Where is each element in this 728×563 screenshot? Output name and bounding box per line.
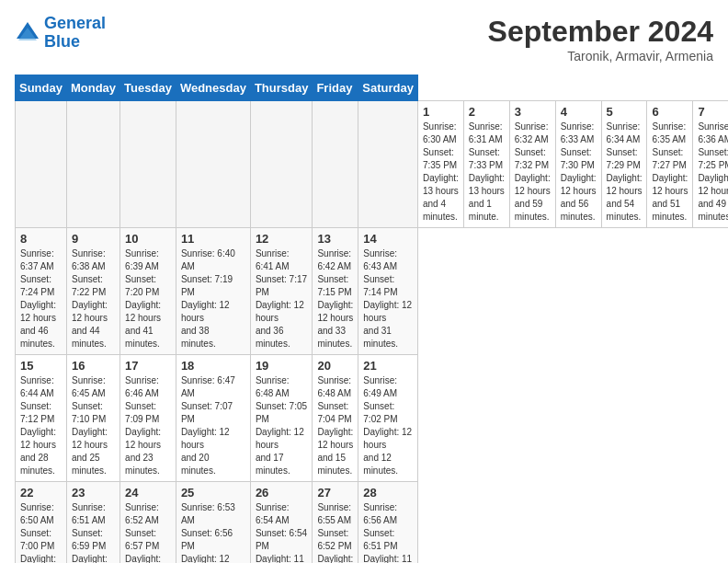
day-info: Sunrise: 6:39 AM Sunset: 7:20 PM Dayligh… xyxy=(125,247,171,350)
table-row: 4Sunrise: 6:33 AM Sunset: 7:30 PM Daylig… xyxy=(555,101,601,228)
table-row: 2Sunrise: 6:31 AM Sunset: 7:33 PM Daylig… xyxy=(463,101,509,228)
day-info: Sunrise: 6:53 AM Sunset: 6:56 PM Dayligh… xyxy=(181,501,245,563)
day-number: 28 xyxy=(363,486,413,500)
table-row: 25Sunrise: 6:53 AM Sunset: 6:56 PM Dayli… xyxy=(176,482,250,564)
calendar-week-row: 22Sunrise: 6:50 AM Sunset: 7:00 PM Dayli… xyxy=(16,482,729,564)
table-row xyxy=(16,101,67,228)
day-info: Sunrise: 6:52 AM Sunset: 6:57 PM Dayligh… xyxy=(125,501,171,563)
day-info: Sunrise: 6:51 AM Sunset: 6:59 PM Dayligh… xyxy=(72,501,115,563)
day-number: 6 xyxy=(652,105,688,119)
table-row: 17Sunrise: 6:46 AM Sunset: 7:09 PM Dayli… xyxy=(120,355,176,482)
day-number: 21 xyxy=(363,359,413,373)
day-number: 15 xyxy=(20,359,62,373)
table-row xyxy=(176,101,250,228)
table-row: 8Sunrise: 6:37 AM Sunset: 7:24 PM Daylig… xyxy=(16,228,67,355)
header-monday: Monday xyxy=(66,75,119,101)
title-section: September 2024 Taronik, Armavir, Armenia xyxy=(488,15,713,63)
day-number: 18 xyxy=(181,359,245,373)
day-info: Sunrise: 6:56 AM Sunset: 6:51 PM Dayligh… xyxy=(363,501,413,563)
table-row: 12Sunrise: 6:41 AM Sunset: 7:17 PM Dayli… xyxy=(250,228,313,355)
table-row: 27Sunrise: 6:55 AM Sunset: 6:52 PM Dayli… xyxy=(313,482,358,564)
table-row: 3Sunrise: 6:32 AM Sunset: 7:32 PM Daylig… xyxy=(509,101,555,228)
day-info: Sunrise: 6:40 AM Sunset: 7:19 PM Dayligh… xyxy=(181,247,245,350)
calendar-header-row: Sunday Monday Tuesday Wednesday Thursday… xyxy=(16,75,729,101)
header-thursday: Thursday xyxy=(250,75,313,101)
calendar-week-row: 8Sunrise: 6:37 AM Sunset: 7:24 PM Daylig… xyxy=(16,228,729,355)
table-row: 13Sunrise: 6:42 AM Sunset: 7:15 PM Dayli… xyxy=(313,228,358,355)
day-info: Sunrise: 6:50 AM Sunset: 7:00 PM Dayligh… xyxy=(20,501,62,563)
day-info: Sunrise: 6:45 AM Sunset: 7:10 PM Dayligh… xyxy=(72,374,115,477)
table-row: 9Sunrise: 6:38 AM Sunset: 7:22 PM Daylig… xyxy=(66,228,119,355)
location-subtitle: Taronik, Armavir, Armenia xyxy=(488,49,713,63)
day-number: 16 xyxy=(72,359,115,373)
table-row xyxy=(313,101,358,228)
day-info: Sunrise: 6:42 AM Sunset: 7:15 PM Dayligh… xyxy=(317,247,353,350)
table-row: 24Sunrise: 6:52 AM Sunset: 6:57 PM Dayli… xyxy=(120,482,176,564)
day-number: 7 xyxy=(698,105,728,119)
day-info: Sunrise: 6:32 AM Sunset: 7:32 PM Dayligh… xyxy=(515,121,551,224)
month-title: September 2024 xyxy=(488,15,713,49)
day-info: Sunrise: 6:31 AM Sunset: 7:33 PM Dayligh… xyxy=(469,121,505,224)
day-info: Sunrise: 6:54 AM Sunset: 6:54 PM Dayligh… xyxy=(256,501,308,563)
day-info: Sunrise: 6:30 AM Sunset: 7:35 PM Dayligh… xyxy=(423,121,459,224)
table-row: 22Sunrise: 6:50 AM Sunset: 7:00 PM Dayli… xyxy=(16,482,67,564)
day-info: Sunrise: 6:48 AM Sunset: 7:05 PM Dayligh… xyxy=(256,374,308,477)
day-number: 10 xyxy=(125,232,171,246)
day-info: Sunrise: 6:47 AM Sunset: 7:07 PM Dayligh… xyxy=(181,374,245,477)
calendar-table: Sunday Monday Tuesday Wednesday Thursday… xyxy=(15,75,728,563)
header-sunday: Sunday xyxy=(16,75,67,101)
day-info: Sunrise: 6:34 AM Sunset: 7:29 PM Dayligh… xyxy=(607,121,643,224)
table-row: 15Sunrise: 6:44 AM Sunset: 7:12 PM Dayli… xyxy=(16,355,67,482)
day-number: 13 xyxy=(317,232,353,246)
table-row: 19Sunrise: 6:48 AM Sunset: 7:05 PM Dayli… xyxy=(250,355,313,482)
day-info: Sunrise: 6:43 AM Sunset: 7:14 PM Dayligh… xyxy=(363,247,413,350)
table-row: 20Sunrise: 6:48 AM Sunset: 7:04 PM Dayli… xyxy=(313,355,358,482)
table-row xyxy=(66,101,119,228)
header-saturday: Saturday xyxy=(358,75,418,101)
day-number: 19 xyxy=(256,359,308,373)
day-info: Sunrise: 6:48 AM Sunset: 7:04 PM Dayligh… xyxy=(317,374,353,477)
day-number: 11 xyxy=(181,232,245,246)
logo-icon xyxy=(15,20,40,46)
header-wednesday: Wednesday xyxy=(176,75,250,101)
day-info: Sunrise: 6:36 AM Sunset: 7:25 PM Dayligh… xyxy=(698,121,728,224)
table-row: 23Sunrise: 6:51 AM Sunset: 6:59 PM Dayli… xyxy=(66,482,119,564)
day-number: 20 xyxy=(317,359,353,373)
day-info: Sunrise: 6:44 AM Sunset: 7:12 PM Dayligh… xyxy=(20,374,62,477)
table-row xyxy=(358,101,418,228)
logo: General Blue xyxy=(15,15,106,52)
day-info: Sunrise: 6:55 AM Sunset: 6:52 PM Dayligh… xyxy=(317,501,353,563)
day-number: 3 xyxy=(515,105,551,119)
table-row: 18Sunrise: 6:47 AM Sunset: 7:07 PM Dayli… xyxy=(176,355,250,482)
day-number: 17 xyxy=(125,359,171,373)
day-info: Sunrise: 6:37 AM Sunset: 7:24 PM Dayligh… xyxy=(20,247,62,350)
day-number: 5 xyxy=(607,105,643,119)
table-row: 26Sunrise: 6:54 AM Sunset: 6:54 PM Dayli… xyxy=(250,482,313,564)
table-row: 5Sunrise: 6:34 AM Sunset: 7:29 PM Daylig… xyxy=(601,101,647,228)
day-info: Sunrise: 6:33 AM Sunset: 7:30 PM Dayligh… xyxy=(561,121,597,224)
table-row: 6Sunrise: 6:35 AM Sunset: 7:27 PM Daylig… xyxy=(647,101,693,228)
table-row: 14Sunrise: 6:43 AM Sunset: 7:14 PM Dayli… xyxy=(358,228,418,355)
day-number: 4 xyxy=(561,105,597,119)
day-number: 23 xyxy=(72,486,115,500)
day-number: 22 xyxy=(20,486,62,500)
day-number: 9 xyxy=(72,232,115,246)
day-number: 26 xyxy=(256,486,308,500)
day-number: 8 xyxy=(20,232,62,246)
header-tuesday: Tuesday xyxy=(120,75,176,101)
day-number: 25 xyxy=(181,486,245,500)
table-row: 16Sunrise: 6:45 AM Sunset: 7:10 PM Dayli… xyxy=(66,355,119,482)
table-row: 28Sunrise: 6:56 AM Sunset: 6:51 PM Dayli… xyxy=(358,482,418,564)
table-row: 7Sunrise: 6:36 AM Sunset: 7:25 PM Daylig… xyxy=(693,101,728,228)
header-friday: Friday xyxy=(313,75,358,101)
day-info: Sunrise: 6:49 AM Sunset: 7:02 PM Dayligh… xyxy=(363,374,413,477)
day-info: Sunrise: 6:41 AM Sunset: 7:17 PM Dayligh… xyxy=(256,247,308,350)
calendar-week-row: 15Sunrise: 6:44 AM Sunset: 7:12 PM Dayli… xyxy=(16,355,729,482)
day-info: Sunrise: 6:35 AM Sunset: 7:27 PM Dayligh… xyxy=(652,121,688,224)
table-row: 10Sunrise: 6:39 AM Sunset: 7:20 PM Dayli… xyxy=(120,228,176,355)
table-row xyxy=(250,101,313,228)
day-info: Sunrise: 6:46 AM Sunset: 7:09 PM Dayligh… xyxy=(125,374,171,477)
day-number: 1 xyxy=(423,105,459,119)
calendar-week-row: 1Sunrise: 6:30 AM Sunset: 7:35 PM Daylig… xyxy=(16,101,729,228)
table-row: 1Sunrise: 6:30 AM Sunset: 7:35 PM Daylig… xyxy=(417,101,463,228)
